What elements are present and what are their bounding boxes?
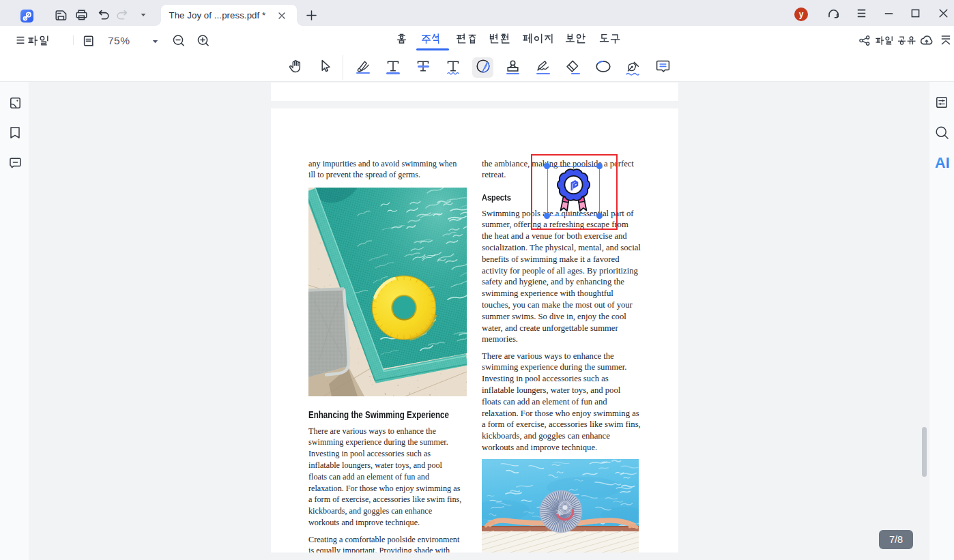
svg-text:AI: AI xyxy=(935,155,950,171)
